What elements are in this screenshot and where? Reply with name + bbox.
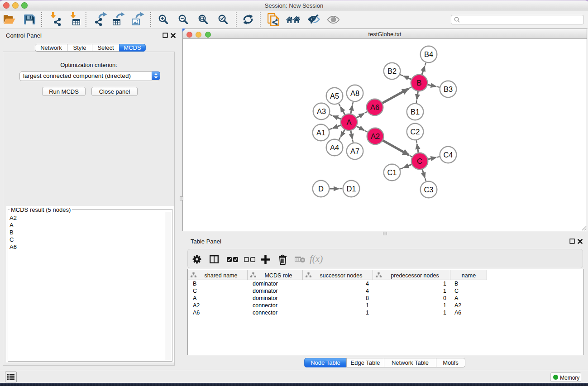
- svg-text:C: C: [417, 157, 422, 165]
- svg-text:B3: B3: [444, 85, 453, 93]
- svg-text:A8: A8: [350, 89, 359, 97]
- svg-text:B2: B2: [387, 67, 397, 75]
- svg-text:A6: A6: [370, 103, 379, 111]
- svg-text:B1: B1: [411, 108, 420, 116]
- svg-text:A2: A2: [371, 132, 380, 140]
- svg-text:A: A: [346, 118, 351, 126]
- svg-text:D: D: [318, 185, 324, 193]
- svg-text:A7: A7: [350, 147, 359, 155]
- svg-text:C1: C1: [387, 168, 397, 176]
- svg-text:A1: A1: [316, 129, 325, 137]
- svg-text:A4: A4: [330, 143, 339, 152]
- svg-text:A5: A5: [330, 92, 339, 100]
- svg-text:C2: C2: [410, 128, 420, 136]
- svg-text:D1: D1: [346, 185, 356, 193]
- svg-text:A3: A3: [317, 107, 326, 115]
- svg-text:B4: B4: [424, 50, 433, 58]
- svg-text:B: B: [416, 79, 421, 87]
- svg-text:C4: C4: [443, 151, 453, 159]
- svg-text:C3: C3: [424, 186, 433, 194]
